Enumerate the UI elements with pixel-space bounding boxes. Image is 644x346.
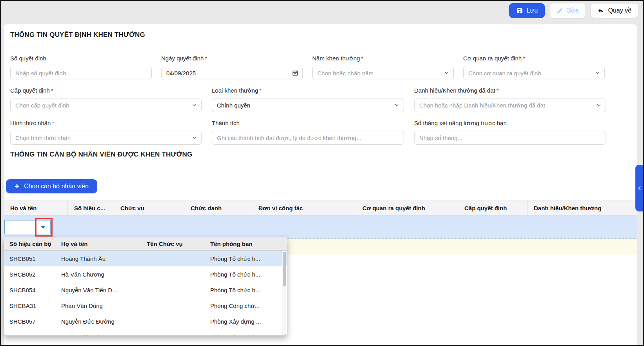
required-asterisk: * [259, 87, 262, 94]
side-panel-toggle[interactable] [635, 165, 643, 211]
dropdown-row[interactable]: SHCB054 Nguyễn Văn Tiến D... Phòng Tổ ch… [4, 282, 287, 298]
so-quyet-dinh-input[interactable] [10, 66, 152, 80]
ngay-quyet-dinh-input[interactable] [161, 66, 303, 80]
dropdown-arrow-icon [41, 226, 45, 229]
employee-combobox [4, 220, 51, 234]
column-header-chuc-vu[interactable]: Chức vụ [114, 200, 184, 215]
danh-hieu-select[interactable]: Chọn hoặc nhập Danh hiệu/Khen thưởng đã … [414, 98, 606, 112]
dropdown-row[interactable]: SHCB052 Hà Văn Chương Phòng Tổ chức h... [4, 266, 287, 282]
employee-edit-row [4, 216, 637, 239]
column-header-danh-hieu[interactable]: Danh hiệu/Khen thưởng [527, 200, 637, 215]
field-label: Số tháng xét nâng lương trước hạn [414, 120, 606, 128]
back-button[interactable]: Quay về [590, 3, 639, 18]
column-header-ho-va-ten[interactable]: Họ và tên [4, 200, 67, 215]
form-row-1: Số quyết định Ngày quyết định* Năm khen … [10, 55, 605, 80]
so-thang-input[interactable] [414, 131, 606, 145]
field-so-thang: Số tháng xét nâng lương trước hạn [414, 120, 606, 145]
field-danh-hieu: Danh hiệu/Khen thưởng đã đạt* Chọn hoặc … [414, 87, 606, 112]
field-label: Danh hiệu/Khen thưởng đã đạt* [414, 87, 606, 95]
back-arrow-icon [597, 7, 604, 14]
nam-khen-thuong-select[interactable]: Chọn hoặc nhập năm [312, 66, 454, 80]
chevron-left-icon [637, 186, 642, 191]
field-label: Năm khen thưởng* [312, 55, 454, 63]
add-employee-button[interactable]: + Chọn cán bộ nhân viên [6, 179, 97, 193]
field-label: Số quyết định [10, 55, 152, 63]
field-nam-khen-thuong: Năm khen thưởng* Chọn hoặc nhập năm [312, 55, 454, 80]
reward-decision-screen: Lưu Sửa Quay về THÔNG TIN QUYÊT ĐỊNH KHE… [0, 0, 644, 346]
field-cap-quyet-dinh: Cấp quyết định* Chọn cấp quyết định [10, 87, 202, 112]
employee-table-header: Họ và tên Số hiệu c... Chức vụ Chức danh… [4, 200, 637, 216]
save-button[interactable]: Lưu [509, 3, 545, 18]
field-label: Hình thức nhận* [10, 120, 202, 128]
dropdown-scrollbar[interactable] [282, 251, 286, 335]
employee-section-title: THÔNG TIN CÁN BỘ NHÂN VIÊN ĐƯỢC KHEN THƯ… [10, 151, 192, 158]
edit-button-label: Sửa [567, 7, 579, 14]
hinh-thuc-nhan-select[interactable]: Chọn hình thức nhận [10, 131, 202, 145]
field-loai-khen-thuong: Loại khen thưởng* Chính quyền [212, 87, 404, 112]
field-label: Thành tích [212, 120, 404, 128]
loai-khen-thuong-select[interactable]: Chính quyền [212, 98, 404, 112]
field-thanh-tich: Thành tích [212, 120, 404, 145]
column-header-cap-quyet-dinh[interactable]: Cấp quyết định [458, 200, 527, 215]
dropdown-scrollbar-thumb[interactable] [283, 252, 286, 286]
required-asterisk: * [497, 87, 499, 94]
required-asterisk: * [523, 55, 525, 62]
field-label: Loại khen thưởng* [212, 87, 404, 95]
field-so-quyet-dinh: Số quyết định [10, 55, 152, 80]
dropdown-header-position: Tên Chức vụ [145, 240, 208, 247]
dropdown-header: Số hiệu cán bộ Họ và tên Tên Chức vụ Tên… [4, 237, 287, 251]
required-asterisk: * [52, 120, 54, 126]
required-asterisk: * [51, 87, 53, 94]
decision-section-title: THÔNG TIN QUYÊT ĐỊNH KHEN THƯỞNG [10, 31, 145, 39]
co-quan-select[interactable]: Chọn cơ quan ra quyết định [463, 66, 605, 80]
pencil-icon [557, 7, 563, 14]
field-co-quan-ra-quyet-dinh: Cơ quan ra quyết định* Chọn cơ quan ra q… [463, 55, 605, 80]
field-label: Ngày quyết định* [161, 55, 303, 63]
thanh-tich-input[interactable] [212, 131, 404, 145]
employee-combobox-input[interactable] [5, 220, 36, 234]
dropdown-row[interactable]: SHCB057 Nguyễn Đức Đường Phòng Xây dựng … [4, 313, 287, 329]
add-employee-button-label: Chọn cán bộ nhân viên [24, 183, 89, 190]
edit-button[interactable]: Sửa [549, 3, 586, 18]
combobox-dropdown-button[interactable] [36, 220, 50, 234]
field-hinh-thuc-nhan: Hình thức nhận* Chọn hình thức nhận [10, 120, 202, 145]
dropdown-row[interactable]: SHCB071 Lương Thị Hai Phòng Công chứ [4, 329, 287, 336]
required-asterisk: * [361, 55, 364, 62]
dropdown-header-department: Tên phòng ban [208, 240, 287, 247]
form-row-3: Hình thức nhận* Chọn hình thức nhận Thàn… [10, 120, 606, 145]
dropdown-row[interactable]: SHCBA31 Phan Văn Dũng Phòng Công chứ... [4, 298, 287, 313]
dropdown-header-name: Họ và tên [59, 240, 145, 247]
dropdown-header-code: Số hiệu cán bộ [4, 240, 59, 247]
toolbar: Lưu Sửa Quay về [509, 3, 639, 18]
required-asterisk: * [205, 55, 207, 62]
field-label: Cấp quyết định* [10, 87, 202, 95]
form-row-2: Cấp quyết định* Chọn cấp quyết định Loại… [10, 87, 606, 112]
cap-quyet-dinh-select[interactable]: Chọn cấp quyết định [10, 98, 202, 112]
back-button-label: Quay về [608, 7, 631, 14]
field-label: Cơ quan ra quyết định* [463, 55, 605, 63]
employee-dropdown-popup: Số hiệu cán bộ Họ và tên Tên Chức vụ Tên… [4, 237, 287, 336]
dropdown-row[interactable]: SHCB051 Hoàng Thành Âu Phòng Tổ chức h..… [4, 251, 287, 266]
save-button-label: Lưu [527, 7, 538, 14]
main-card: THÔNG TIN QUYÊT ĐỊNH KHEN THƯỞNG Số quyế… [4, 24, 637, 345]
plus-icon: + [15, 182, 19, 190]
field-ngay-quyet-dinh: Ngày quyết định* [161, 55, 303, 80]
column-header-co-quan[interactable]: Cơ quan ra quyết định [356, 200, 458, 215]
column-header-don-vi[interactable]: Đơn vị công tác [252, 200, 356, 215]
save-icon [516, 7, 523, 14]
column-header-so-hieu[interactable]: Số hiệu c... [67, 200, 114, 215]
column-header-chuc-danh[interactable]: Chức danh [184, 200, 252, 215]
